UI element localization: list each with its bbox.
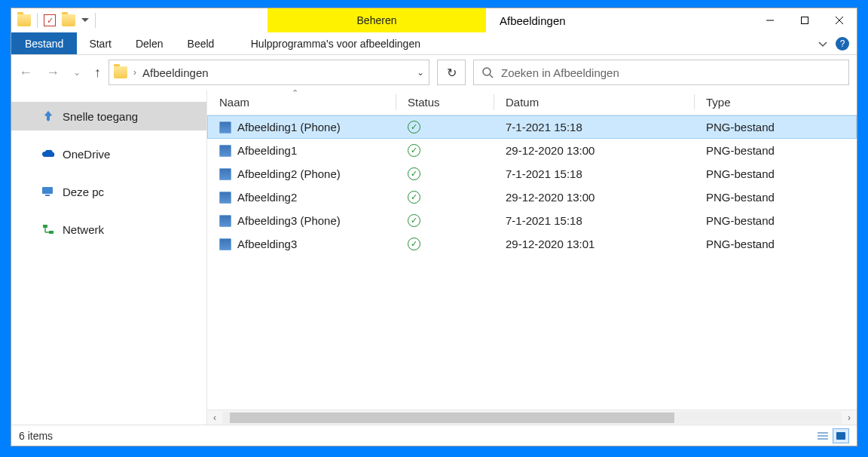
view-thumbnails-button[interactable]: [833, 428, 849, 443]
file-date: 7-1-2021 15:18: [494, 121, 694, 133]
breadcrumb-separator-icon[interactable]: ›: [133, 67, 136, 78]
tab-picture-tools[interactable]: Hulpprogramma's voor afbeeldingen: [226, 32, 445, 54]
qat-dropdown-icon[interactable]: [81, 17, 89, 24]
titlebar[interactable]: ✓ Beheren Afbeeldingen: [11, 8, 857, 32]
close-button[interactable]: [822, 8, 857, 32]
nav-back-button[interactable]: ←: [19, 65, 32, 81]
scroll-thumb[interactable]: [230, 413, 674, 423]
scroll-track[interactable]: [222, 412, 842, 424]
column-header-status[interactable]: Status: [396, 96, 494, 109]
pin-icon: [41, 109, 55, 123]
qat-properties-icon[interactable]: ✓: [44, 14, 56, 26]
tab-view[interactable]: Beeld: [176, 32, 227, 54]
column-headers: ⌃ Naam Status Datum Type: [207, 90, 857, 115]
column-divider[interactable]: [494, 94, 494, 110]
body: Snelle toegang OneDrive Deze pc Netwerk …: [11, 90, 857, 425]
image-file-icon: [219, 215, 231, 227]
status-synced-icon: ✓: [408, 214, 420, 227]
status-bar: 6 items: [11, 425, 857, 446]
navigation-row: ← → ⌄ ↑ › Afbeeldingen ⌄ ↻ Zoeken in Afb…: [11, 55, 857, 90]
sidebar-item-this-pc[interactable]: Deze pc: [11, 177, 206, 206]
svg-rect-9: [43, 225, 47, 228]
tab-file[interactable]: Bestand: [11, 32, 77, 54]
svg-rect-1: [802, 17, 808, 24]
image-file-icon: [219, 192, 231, 204]
file-row[interactable]: Afbeelding1 (Phone)✓7-1-2021 15:18PNG-be…: [207, 115, 857, 139]
file-list[interactable]: Afbeelding1 (Phone)✓7-1-2021 15:18PNG-be…: [207, 115, 857, 409]
status-synced-icon: ✓: [408, 167, 420, 180]
svg-rect-16: [836, 432, 845, 440]
qat-separator: [95, 13, 96, 28]
view-mode-toggles: [815, 428, 849, 443]
column-header-type[interactable]: Type: [694, 96, 857, 109]
folder-icon[interactable]: [62, 14, 75, 26]
svg-point-4: [483, 68, 491, 75]
file-row[interactable]: Afbeelding2✓29-12-2020 13:00PNG-bestand: [207, 186, 857, 209]
file-name: Afbeelding2 (Phone): [237, 167, 341, 180]
file-row[interactable]: Afbeelding3✓29-12-2020 13:01PNG-bestand: [207, 232, 857, 256]
cloud-icon: [41, 147, 55, 161]
file-name: Afbeelding1 (Phone): [237, 121, 341, 133]
nav-up-button[interactable]: ↑: [94, 65, 101, 81]
nav-arrows: ← → ⌄ ↑: [19, 65, 101, 81]
file-type: PNG-bestand: [694, 191, 857, 204]
sidebar-item-quick-access[interactable]: Snelle toegang: [11, 102, 206, 130]
svg-marker-6: [44, 111, 52, 121]
search-placeholder: Zoeken in Afbeeldingen: [501, 66, 619, 79]
sidebar-item-network[interactable]: Netwerk: [11, 215, 206, 244]
tab-start[interactable]: Start: [77, 32, 124, 54]
nav-forward-button[interactable]: →: [46, 65, 60, 81]
nav-history-dropdown[interactable]: ⌄: [73, 67, 81, 78]
scroll-right-button[interactable]: ›: [842, 413, 857, 423]
tab-share[interactable]: Delen: [124, 32, 176, 54]
view-details-button[interactable]: [815, 428, 831, 443]
breadcrumb-item[interactable]: Afbeeldingen: [142, 66, 209, 79]
search-icon: [481, 66, 494, 78]
column-header-name[interactable]: Naam: [207, 96, 396, 109]
file-name: Afbeelding1: [237, 144, 297, 157]
file-date: 29-12-2020 13:00: [494, 144, 694, 157]
column-divider[interactable]: [694, 94, 695, 110]
scroll-left-button[interactable]: ‹: [207, 413, 222, 423]
file-name: Afbeelding2: [237, 191, 297, 204]
column-divider[interactable]: [396, 94, 396, 110]
minimize-button[interactable]: [753, 8, 787, 32]
explorer-window: ✓ Beheren Afbeeldingen Bestand Start Del…: [11, 8, 857, 446]
qat-separator: [37, 13, 38, 28]
help-icon[interactable]: ?: [836, 37, 849, 51]
file-row[interactable]: Afbeelding3 (Phone)✓7-1-2021 15:18PNG-be…: [207, 209, 857, 232]
horizontal-scrollbar[interactable]: ‹ ›: [207, 409, 857, 425]
address-history-dropdown[interactable]: ⌄: [417, 67, 424, 78]
image-file-icon: [219, 121, 231, 133]
file-pane: ⌃ Naam Status Datum Type Afbeelding1 (Ph…: [207, 90, 857, 425]
file-date: 29-12-2020 13:00: [494, 191, 694, 204]
window-title: Afbeeldingen: [486, 8, 753, 32]
folder-icon: [17, 14, 31, 26]
search-box[interactable]: Zoeken in Afbeeldingen: [473, 60, 849, 85]
folder-icon: [114, 66, 127, 78]
file-row[interactable]: Afbeelding1✓29-12-2020 13:00PNG-bestand: [207, 139, 857, 162]
refresh-button[interactable]: ↻: [437, 60, 466, 85]
file-type: PNG-bestand: [694, 144, 857, 157]
file-row[interactable]: Afbeelding2 (Phone)✓7-1-2021 15:18PNG-be…: [207, 162, 857, 186]
image-file-icon: [219, 145, 231, 157]
status-synced-icon: ✓: [408, 144, 420, 157]
file-type: PNG-bestand: [694, 238, 857, 250]
quick-access-toolbar: ✓: [11, 8, 267, 32]
ribbon-expand-icon[interactable]: [818, 38, 828, 49]
file-type: PNG-bestand: [694, 167, 857, 180]
maximize-button[interactable]: [787, 8, 822, 32]
address-bar[interactable]: › Afbeeldingen ⌄: [108, 60, 429, 85]
status-synced-icon: ✓: [408, 191, 420, 204]
status-synced-icon: ✓: [408, 121, 420, 133]
file-date: 7-1-2021 15:18: [494, 167, 694, 180]
column-header-date[interactable]: Datum: [494, 96, 694, 109]
network-icon: [41, 222, 55, 236]
svg-rect-7: [42, 187, 53, 194]
sidebar-item-onedrive[interactable]: OneDrive: [11, 140, 206, 168]
file-date: 7-1-2021 15:18: [494, 214, 694, 227]
svg-rect-8: [45, 195, 50, 196]
navigation-pane[interactable]: Snelle toegang OneDrive Deze pc Netwerk: [11, 90, 207, 425]
image-file-icon: [219, 238, 231, 250]
ribbon: Bestand Start Delen Beeld Hulpprogramma'…: [11, 32, 857, 55]
